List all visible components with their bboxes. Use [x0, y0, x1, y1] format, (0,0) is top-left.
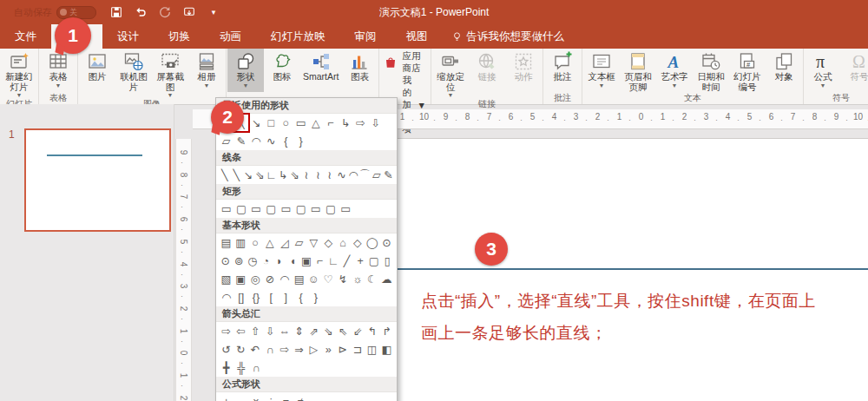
shape-item[interactable]: △ [262, 234, 277, 251]
shape-item[interactable]: ⊳ [336, 341, 351, 358]
object-button[interactable]: 对象 [766, 49, 802, 92]
shape-item[interactable]: ↺ [219, 341, 233, 358]
shape-item[interactable]: ↘ [242, 167, 253, 183]
datetime-button[interactable]: 日期和时间 [693, 49, 729, 92]
shape-item[interactable]: ◗ [273, 253, 286, 269]
shape-item[interactable]: ▣ [299, 253, 313, 269]
picture-button[interactable]: 图片 [79, 49, 115, 98]
shape-item[interactable]: ⊙ [219, 253, 233, 269]
shape-item[interactable]: ≀ [300, 167, 312, 183]
new-slide-button[interactable]: 新建幻灯片▼ [1, 49, 37, 98]
shape-item[interactable]: ╬ [233, 359, 248, 376]
shape-item[interactable]: ◧ [379, 341, 394, 358]
header-footer-button[interactable]: 页眉和页脚 [620, 49, 656, 92]
shape-item[interactable]: ÷ [264, 393, 279, 401]
shape-item[interactable]: ▧ [219, 271, 233, 287]
equation-button[interactable]: π公式▼ [805, 49, 841, 92]
shape-item[interactable]: ] [279, 289, 293, 306]
autosave-toggle[interactable]: 自动保存 关 [14, 6, 96, 19]
shape-item[interactable]: ⊚ [233, 253, 247, 269]
shape-item[interactable]: ⇘ [289, 167, 300, 183]
shape-item[interactable]: ♡ [321, 271, 336, 287]
tab-视图[interactable]: 视图 [391, 24, 443, 49]
shape-item[interactable]: ≠ [293, 393, 308, 401]
shape-item[interactable]: ⌐ [323, 115, 338, 131]
shape-item[interactable]: ⊐ [350, 341, 365, 358]
shapes-button[interactable]: 形状▼ [227, 49, 264, 92]
shape-item[interactable]: ╋ [219, 359, 233, 376]
tab-文件[interactable]: 文件 [0, 24, 51, 49]
shape-item[interactable]: ⇔ [277, 323, 292, 339]
shape-item[interactable]: ✎ [233, 133, 248, 149]
shape-item[interactable]: ⌐ [313, 253, 327, 269]
shape-item[interactable]: ▷ [306, 341, 321, 358]
shape-item[interactable]: ▯ [380, 253, 394, 269]
shape-item[interactable]: ▢ [367, 253, 381, 269]
tab-设计[interactable]: 设计 [102, 24, 154, 49]
shape-item[interactable]: ⇘ [321, 323, 336, 339]
shape-item[interactable]: ⇙ [350, 323, 365, 339]
shape-item[interactable]: ◯ [365, 234, 379, 251]
undo-icon[interactable] [133, 4, 148, 20]
shape-item[interactable]: + [219, 393, 233, 401]
shape-item[interactable]: ↘ [248, 115, 263, 131]
shape-item[interactable]: ∿ [336, 167, 347, 183]
shape-item[interactable]: ◎ [248, 271, 263, 287]
shape-item[interactable]: ⇩ [368, 115, 383, 131]
shape-item[interactable]: } [293, 133, 308, 149]
shape-item[interactable]: ◷ [246, 253, 260, 269]
shape-item[interactable]: ≀ [312, 167, 324, 183]
shape-item[interactable]: ↰ [365, 323, 379, 339]
shape-item[interactable]: ▢ [293, 200, 308, 217]
shape-item[interactable]: ⌂ [336, 234, 351, 251]
shape-item[interactable]: {} [248, 289, 263, 306]
shape-item[interactable]: ◠ [277, 271, 292, 287]
shape-item[interactable]: ▭ [308, 200, 323, 217]
table-button[interactable]: 表格▼ [40, 49, 76, 92]
shape-item[interactable]: ⇧ [248, 323, 263, 339]
tab-幻灯片放映[interactable]: 幻灯片放映 [256, 24, 340, 49]
shape-item[interactable]: ⇗ [306, 323, 321, 339]
shape-item[interactable]: ↳ [277, 167, 288, 183]
textbox-button[interactable]: 文本框▼ [583, 49, 620, 92]
save-icon[interactable] [108, 4, 124, 20]
shape-item[interactable]: □ [264, 115, 279, 131]
tell-me-box[interactable]: 告诉我你想要做什么 [443, 24, 574, 49]
shape-item[interactable]: ⌒ [359, 167, 371, 183]
screenshot-button[interactable]: 屏幕截图▼ [152, 49, 188, 98]
shape-item[interactable]: ▭ [219, 200, 233, 217]
shape-item[interactable]: ⇕ [292, 323, 306, 339]
shape-item[interactable]: ▣ [233, 271, 248, 287]
shape-item[interactable]: } [308, 289, 323, 306]
shape-item[interactable]: ⊘ [262, 271, 277, 287]
shape-item[interactable]: ◠ [219, 289, 233, 306]
shape-item[interactable]: ⇒ [292, 341, 306, 358]
shape-item[interactable]: ☁ [379, 271, 394, 287]
shape-item[interactable]: ⇖ [336, 323, 351, 339]
shape-item[interactable]: ↳ [339, 115, 353, 131]
shape-item[interactable]: ↶ [248, 341, 263, 358]
shape-item[interactable]: ▽ [306, 234, 321, 251]
shape-item[interactable]: ◠ [248, 133, 263, 149]
shape-item[interactable]: » [321, 341, 336, 358]
shape-item[interactable]: ▱ [371, 167, 382, 183]
customize-qat-icon[interactable]: ▾ [206, 4, 221, 20]
shape-item[interactable]: ╲ [230, 167, 241, 183]
shape-item[interactable]: + [353, 253, 367, 269]
shape-item[interactable]: ☼ [350, 271, 365, 287]
tab-动画[interactable]: 动画 [205, 24, 256, 49]
shape-item[interactable]: ╲ [219, 167, 230, 183]
shape-item[interactable]: ▭ [293, 115, 308, 131]
shape-item[interactable]: ⊙ [379, 234, 394, 251]
shape-item[interactable]: { [293, 289, 308, 306]
link-button[interactable]: 链接 [469, 49, 505, 98]
shape-item[interactable]: ☾ [365, 271, 379, 287]
shape-item[interactable]: ↻ [233, 341, 248, 358]
shape-item[interactable]: ▭ [279, 200, 293, 217]
shape-item[interactable]: ▤ [292, 271, 306, 287]
store-button[interactable]: 应用商店 [384, 50, 426, 75]
shape-item[interactable]: ⇘ [253, 167, 265, 183]
shape-item[interactable]: △ [308, 115, 323, 131]
shape-item[interactable]: ◖ [286, 253, 300, 269]
symbol-button[interactable]: Ω符号 [841, 49, 868, 92]
